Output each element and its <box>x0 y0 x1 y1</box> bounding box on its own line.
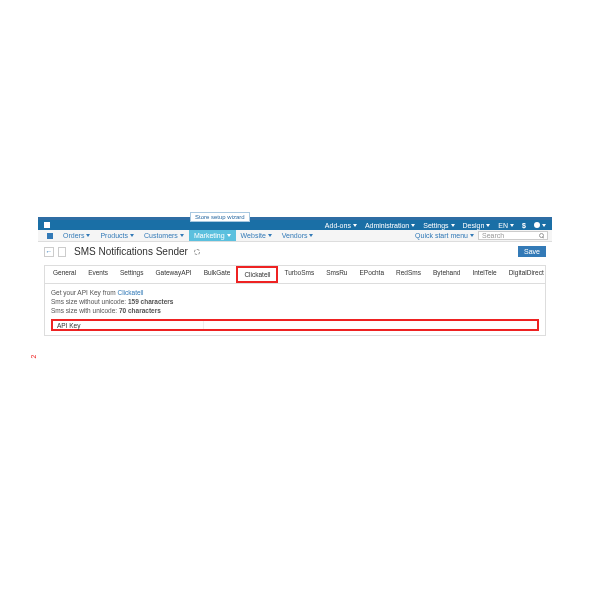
subnav-orders[interactable]: Orders <box>58 230 95 241</box>
tab-redsms[interactable]: RedSms <box>390 266 427 283</box>
nav-language[interactable]: EN <box>498 222 514 229</box>
home-link[interactable] <box>42 230 58 241</box>
caret-down-icon <box>180 234 184 237</box>
info-sms-size-ascii: Sms size without unicode: 159 characters <box>51 297 539 306</box>
tab-events[interactable]: Events <box>82 266 114 283</box>
caret-down-icon <box>486 224 490 227</box>
tab-turbosms[interactable]: TurboSms <box>278 266 320 283</box>
clickatell-link[interactable]: Clickatell <box>117 289 143 296</box>
nav-currency[interactable]: $ <box>522 222 526 229</box>
store-setup-wizard-button[interactable]: Store setup wizard <box>190 212 250 222</box>
tab-row: General Events Settings GatewayAPI BulkG… <box>45 266 545 284</box>
search-placeholder: Search <box>482 232 504 239</box>
tab-inteltele[interactable]: IntelTele <box>466 266 502 283</box>
tab-bulkgate[interactable]: BulkGate <box>198 266 237 283</box>
page-title: SMS Notifications Sender <box>74 246 188 257</box>
home-icon <box>47 233 53 239</box>
caret-down-icon <box>470 234 474 237</box>
tab-smsru[interactable]: SmsRu <box>320 266 353 283</box>
search-icon <box>539 233 544 238</box>
gear-icon[interactable] <box>194 249 200 255</box>
search-input[interactable]: Search <box>478 231 548 240</box>
nav-addons[interactable]: Add-ons <box>325 222 357 229</box>
tab-gatewayapi[interactable]: GatewayAPI <box>150 266 198 283</box>
caret-down-icon <box>411 224 415 227</box>
caret-down-icon <box>353 224 357 227</box>
caret-down-icon <box>227 234 231 237</box>
back-button[interactable]: ← <box>44 247 54 257</box>
nav-administration[interactable]: Administration <box>365 222 415 229</box>
tab-general[interactable]: General <box>47 266 82 283</box>
page-header: ← SMS Notifications Sender Save <box>38 242 552 261</box>
sub-nav: Orders Products Customers Marketing Webs… <box>38 230 552 242</box>
apikey-label: API Key <box>53 321 203 329</box>
subnav-marketing[interactable]: Marketing <box>189 230 236 241</box>
tab-bytehand[interactable]: Bytehand <box>427 266 466 283</box>
top-nav: Add-ons Administration Settings Design E… <box>38 220 552 230</box>
caret-down-icon <box>268 234 272 237</box>
caret-down-icon <box>451 224 455 227</box>
tab-settings[interactable]: Settings <box>114 266 150 283</box>
caret-down-icon <box>542 224 546 227</box>
nav-settings[interactable]: Settings <box>423 222 454 229</box>
apikey-input[interactable] <box>203 321 537 329</box>
info-apikey-source: Get your API Key from Clickatell <box>51 288 539 297</box>
caret-down-icon <box>86 234 90 237</box>
nav-design[interactable]: Design <box>463 222 491 229</box>
tab-clickatell[interactable]: Clickatell <box>236 266 278 283</box>
quick-start-menu[interactable]: Quick start menu <box>415 232 474 239</box>
home-icon[interactable] <box>44 222 50 228</box>
save-button[interactable]: Save <box>518 246 546 257</box>
tab-digitaldirect[interactable]: DigitalDirect <box>503 266 550 283</box>
subnav-website[interactable]: Website <box>236 230 277 241</box>
annotation-marker-2: 2 <box>30 355 37 359</box>
tab-container: General Events Settings GatewayAPI BulkG… <box>44 265 546 336</box>
nav-user[interactable] <box>534 222 546 228</box>
apikey-row: API Key <box>51 319 539 331</box>
subnav-customers[interactable]: Customers <box>139 230 189 241</box>
tab-body: Get your API Key from Clickatell Sms siz… <box>45 284 545 335</box>
subnav-products[interactable]: Products <box>95 230 139 241</box>
subnav-vendors[interactable]: Vendors <box>277 230 319 241</box>
info-sms-size-unicode: Sms size with unicode: 70 characters <box>51 306 539 315</box>
avatar-icon <box>534 222 540 228</box>
caret-down-icon <box>510 224 514 227</box>
tab-epochta[interactable]: EPochta <box>353 266 390 283</box>
breadcrumb-dropdown[interactable] <box>58 247 66 257</box>
caret-down-icon <box>309 234 313 237</box>
caret-down-icon <box>130 234 134 237</box>
